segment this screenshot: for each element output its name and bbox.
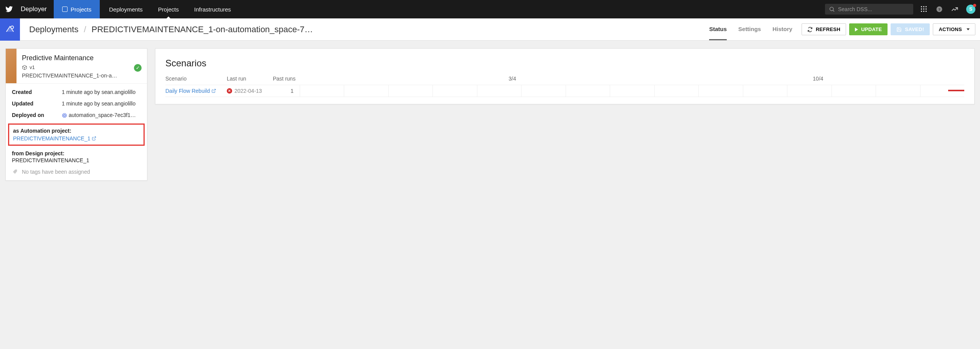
apps-icon[interactable] (920, 5, 928, 13)
col-scenario: Scenario (165, 76, 227, 82)
sub-deployments[interactable]: Deployments (101, 0, 150, 18)
svg-rect-8 (921, 11, 922, 12)
svg-line-17 (213, 89, 216, 92)
nav-projects[interactable]: Projects (54, 0, 100, 18)
col-last-run: Last run (227, 76, 273, 82)
automation-project-link[interactable]: PREDICTIVEMAINTENANCE_1 (13, 135, 96, 142)
save-icon (896, 27, 902, 32)
tabs: Status Settings History (709, 19, 802, 40)
search-box[interactable] (825, 4, 913, 15)
external-link-icon (92, 136, 96, 141)
svg-rect-2 (921, 6, 922, 7)
scenarios-heading: Scenarios (165, 58, 964, 69)
tab-history[interactable]: History (772, 19, 792, 40)
created-value: 1 minute ago by sean.angiolillo (62, 89, 141, 95)
context-icon[interactable] (0, 18, 20, 41)
updated-value: 1 minute ago by sean.angiolillo (62, 100, 141, 107)
logo-icon[interactable] (0, 5, 18, 13)
projects-icon (62, 7, 68, 12)
svg-point-15 (64, 115, 66, 117)
tab-status[interactable]: Status (709, 19, 727, 40)
scenario-name: Daily Flow Rebuild (165, 88, 227, 94)
external-link-icon (211, 89, 216, 93)
design-value: PREDICTIVEMAINTENANCE_1 (12, 157, 141, 163)
actions-button[interactable]: ACTIONS (933, 23, 975, 35)
scenario-link[interactable]: Daily Flow Rebuild (165, 88, 216, 94)
project-title: Predictive Maintenance (22, 54, 142, 62)
play-icon (855, 28, 858, 31)
svg-rect-7 (926, 8, 927, 10)
help-icon[interactable]: ? (935, 5, 943, 13)
chevron-down-icon (967, 28, 970, 30)
bundle-icon (22, 65, 27, 70)
scenario-past-runs: 1 (273, 88, 300, 94)
submenu: Deployments Projects Infrastructures (101, 0, 239, 18)
deployment-id: PREDICTIVEMAINTENANCE_1-on-a… (22, 72, 142, 79)
svg-text:?: ? (938, 7, 940, 12)
svg-point-0 (830, 7, 833, 11)
deployment-card: Predictive Maintenance v1 ✓ PREDICTIVEMA… (5, 48, 147, 181)
saved-button: SAVED! (891, 23, 930, 35)
updated-label: Updated (12, 100, 62, 107)
breadcrumb: Deployments / PREDICTIVEMAINTENANCE_1-on… (20, 25, 709, 35)
scenarios-panel: Scenarios Scenario Last run Past runs 3/… (155, 48, 975, 104)
scenarios-table: Scenario Last run Past runs 3/4 10/4 Dai… (165, 76, 964, 97)
svg-point-13 (11, 26, 13, 28)
automation-label: as Automation project: (13, 128, 140, 134)
svg-point-14 (63, 114, 67, 118)
deployed-value: automation_space-7ec3f1… (62, 112, 141, 118)
status-ok-icon: ✓ (134, 64, 142, 72)
nav-projects-label: Projects (71, 6, 91, 13)
col-past-runs: Past runs (273, 76, 300, 82)
brand-label: Deployer (18, 5, 54, 13)
update-button[interactable]: UPDATE (849, 23, 888, 35)
activity-icon[interactable] (951, 5, 959, 13)
date-mark-1: 3/4 (509, 76, 516, 82)
svg-rect-6 (923, 8, 924, 10)
tags-row: No tags have been assigned (12, 169, 141, 175)
infra-icon (62, 113, 67, 118)
svg-line-16 (94, 137, 96, 139)
version-label: v1 (30, 64, 35, 70)
tab-settings[interactable]: Settings (738, 19, 761, 40)
top-nav: Deployer Projects Deployments Projects I… (0, 0, 980, 18)
run-marker-error (948, 90, 964, 91)
col-timeline: 3/4 10/4 (300, 76, 964, 82)
search-input[interactable] (838, 6, 909, 12)
svg-line-1 (833, 10, 834, 12)
project-thumbnail (6, 49, 16, 83)
sub-infrastructures[interactable]: Infrastructures (186, 0, 239, 18)
tag-icon (12, 169, 18, 175)
scenario-row[interactable]: Daily Flow Rebuild ✕ 2022-04-13 1 (165, 85, 964, 97)
search-icon (829, 6, 835, 12)
refresh-icon (807, 27, 813, 32)
sub-projects[interactable]: Projects (150, 0, 186, 18)
content: Predictive Maintenance v1 ✓ PREDICTIVEMA… (0, 41, 980, 188)
breadcrumb-root[interactable]: Deployments (29, 25, 78, 35)
breadcrumb-current: PREDICTIVEMAINTENANCE_1-on-automation_sp… (92, 25, 314, 35)
scenario-timeline (300, 85, 964, 97)
top-icons: ? S (920, 5, 975, 14)
svg-rect-4 (926, 6, 927, 7)
avatar-letter: S (969, 7, 972, 12)
header-actions: REFRESH UPDATE SAVED! ACTIONS (802, 23, 980, 35)
scenarios-head: Scenario Last run Past runs 3/4 10/4 (165, 76, 964, 85)
automation-project-box: as Automation project: PREDICTIVEMAINTEN… (8, 123, 145, 146)
refresh-button[interactable]: REFRESH (802, 23, 846, 35)
date-mark-2: 10/4 (813, 76, 823, 82)
notification-dot (973, 4, 976, 7)
deployed-label: Deployed on (12, 112, 62, 118)
scenario-last-run: ✕ 2022-04-13 (227, 88, 273, 94)
svg-rect-5 (921, 8, 922, 10)
page-header: Deployments / PREDICTIVEMAINTENANCE_1-on… (0, 18, 980, 41)
created-label: Created (12, 89, 62, 95)
error-icon: ✕ (227, 88, 232, 94)
svg-rect-3 (923, 6, 924, 7)
design-label: from Design project: (12, 150, 141, 156)
svg-rect-9 (923, 11, 924, 12)
breadcrumb-sep: / (84, 25, 86, 35)
svg-rect-10 (926, 11, 927, 12)
tags-empty-text: No tags have been assigned (22, 169, 90, 175)
avatar[interactable]: S (966, 5, 975, 14)
